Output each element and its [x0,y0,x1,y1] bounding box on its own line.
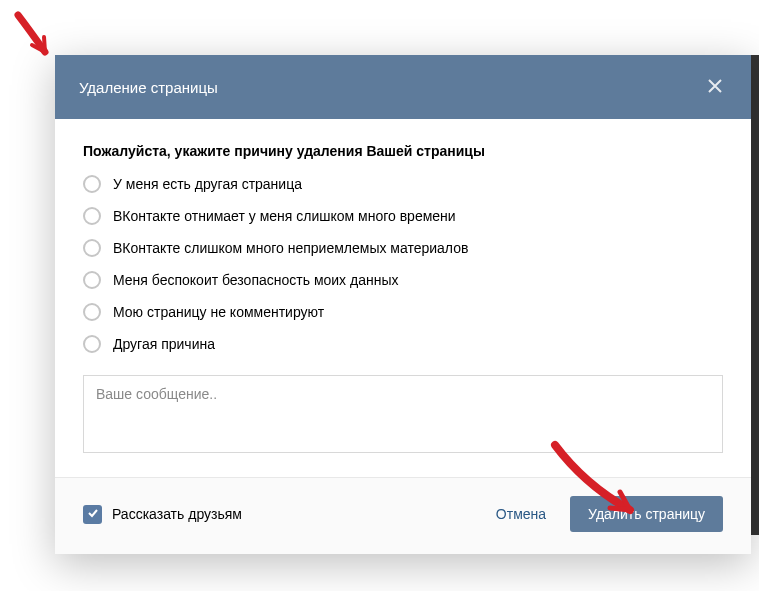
message-textarea[interactable] [83,375,723,453]
background-strip [751,55,759,535]
reason-option[interactable]: Мою страницу не комментируют [83,303,723,321]
reason-option[interactable]: У меня есть другая страница [83,175,723,193]
reason-label: У меня есть другая страница [113,176,302,192]
check-icon [87,505,99,523]
footer-actions: Отмена Удалить страницу [496,496,723,532]
close-icon [707,78,723,97]
modal-title: Удаление страницы [79,79,218,96]
reason-prompt: Пожалуйста, укажите причину удаления Ваш… [83,143,723,159]
reason-option[interactable]: Меня беспокоит безопасность моих данных [83,271,723,289]
radio-icon [83,271,101,289]
radio-icon [83,303,101,321]
annotation-arrow-icon [10,10,60,65]
delete-page-modal: Удаление страницы Пожалуйста, укажите пр… [55,55,751,554]
reason-option[interactable]: Другая причина [83,335,723,353]
reason-option[interactable]: ВКонтакте слишком много неприемлемых мат… [83,239,723,257]
reason-label: ВКонтакте отнимает у меня слишком много … [113,208,456,224]
modal-body: Пожалуйста, укажите причину удаления Ваш… [55,119,751,477]
modal-header: Удаление страницы [55,55,751,119]
reason-label: Меня беспокоит безопасность моих данных [113,272,398,288]
modal-footer: Рассказать друзьям Отмена Удалить страни… [55,477,751,554]
reason-label: Мою страницу не комментируют [113,304,324,320]
reason-option[interactable]: ВКонтакте отнимает у меня слишком много … [83,207,723,225]
delete-page-button[interactable]: Удалить страницу [570,496,723,532]
radio-icon [83,335,101,353]
reason-label: Другая причина [113,336,215,352]
tell-friends-checkbox[interactable] [83,505,102,524]
reason-options: У меня есть другая страница ВКонтакте от… [83,175,723,353]
radio-icon [83,207,101,225]
close-button[interactable] [703,75,727,99]
radio-icon [83,175,101,193]
cancel-button[interactable]: Отмена [496,506,546,522]
tell-friends-label: Рассказать друзьям [112,506,242,522]
radio-icon [83,239,101,257]
tell-friends-row[interactable]: Рассказать друзьям [83,505,242,524]
reason-label: ВКонтакте слишком много неприемлемых мат… [113,240,468,256]
